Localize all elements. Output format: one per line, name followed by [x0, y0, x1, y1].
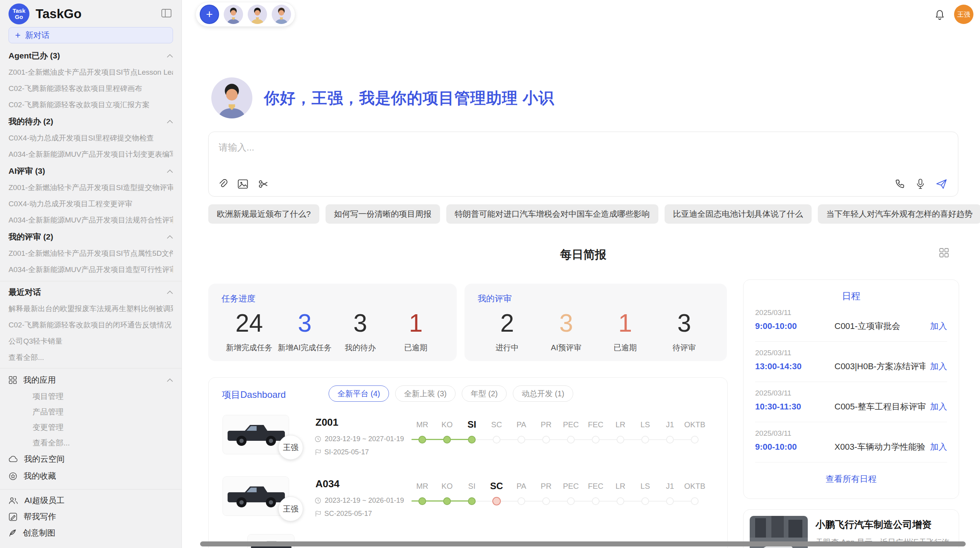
creative-draw-label: 创意制图	[23, 527, 55, 538]
section-my-review[interactable]: 我的评审 (2)	[9, 232, 173, 241]
logo-line-2: Go	[15, 14, 23, 20]
sidebar-item[interactable]: C0X4-动力总成开发项目SI里程碑提交物检查	[9, 134, 173, 142]
section-title: 我的评审 (2)	[9, 231, 53, 242]
event-date: 2025/03/11	[755, 429, 947, 438]
milestone: LR	[608, 420, 633, 454]
send-icon[interactable]	[936, 179, 947, 189]
project-owner-badge: 王强	[278, 435, 303, 460]
event-name: C005-整车工程目标评审	[834, 401, 925, 413]
milestone: KO	[435, 420, 459, 454]
schedule-event: 2025/03/11 9:00-10:00 X003-车辆动力学性能验... 加…	[755, 422, 947, 462]
milestone: LS	[633, 481, 658, 516]
grid-icon	[9, 376, 17, 384]
view-all-schedule-link[interactable]: 查看所有日程	[755, 473, 947, 485]
phone-call-icon[interactable]	[895, 179, 905, 189]
agent-avatar-1[interactable]	[224, 5, 243, 24]
sidebar-item[interactable]: A034-全新新能源MUV产品开发项目造型可行性评审	[9, 265, 173, 274]
sidebar-item[interactable]: Z001-全新燃油轻卡产品开发项目SI节点属性5D文件评审	[9, 249, 173, 258]
milestone: PA	[509, 481, 534, 516]
project-row[interactable]: 王强 A034 2023-12-19 ~ 2026-01-19 SC-2025-…	[223, 476, 716, 525]
join-link[interactable]: 加入	[930, 401, 947, 413]
sidebar-item[interactable]: A034-全新新能源MUV产品开发项目法规符合性评审	[9, 216, 173, 224]
milestone: SI	[459, 420, 484, 454]
sidebar-item-cloud-space[interactable]: 我的云空间	[9, 454, 173, 464]
plus-icon: +	[15, 30, 21, 41]
agent-avatar-2[interactable]	[248, 5, 267, 24]
dashboard-filters: 全新平台 (4) 全新上装 (3) 年型 (2) 动总开发 (1)	[329, 385, 573, 402]
sidebar-item[interactable]: C02-飞腾新能源轻客改款项目里程碑画布	[9, 84, 173, 93]
join-link[interactable]: 加入	[930, 441, 947, 453]
sidebar-item[interactable]: A034-全新新能源MUV产品开发项目计划变更表编写	[9, 150, 173, 159]
chat-input-placeholder: 请输入...	[219, 141, 254, 154]
section-agent-done[interactable]: Agent已办 (3)	[9, 51, 173, 60]
recent-chat-item[interactable]: 公司Q3轻卡销量	[9, 337, 173, 346]
event-date: 2025/03/11	[755, 349, 947, 357]
sidebar-collapse-icon[interactable]	[160, 7, 173, 21]
section-my-todo[interactable]: 我的待办 (2)	[9, 117, 173, 126]
horizontal-scrollbar-thumb[interactable]	[200, 541, 966, 546]
event-date: 2025/03/11	[755, 308, 947, 317]
sidebar-item[interactable]: C0X4-动力总成开发项目工程变更评审	[9, 200, 173, 208]
sidebar-item[interactable]: Z001-全新燃油皮卡产品开发项目SI节点Lesson Learn报告	[9, 68, 173, 77]
agent-switcher: +	[195, 2, 295, 27]
notification-bell-icon[interactable]	[935, 10, 945, 22]
suggestion-chip[interactable]: 如何写一份清晰的项目周报	[326, 204, 440, 224]
suggestion-chip[interactable]: 比亚迪全固态电池计划具体说了什么	[665, 204, 812, 224]
attach-file-icon[interactable]	[218, 179, 228, 189]
divider	[0, 489, 182, 490]
recent-view-all[interactable]: 查看全部...	[9, 353, 173, 362]
user-avatar[interactable]: 王强	[954, 5, 973, 24]
filter-year-model[interactable]: 年型 (2)	[462, 385, 507, 402]
chat-input-box[interactable]: 请输入...	[208, 132, 958, 197]
daily-brief-header: 每日简报	[208, 247, 958, 263]
schedule-event: 2025/03/11 10:30-11:30 C005-整车工程目标评审 加入	[755, 382, 947, 422]
flag-icon	[315, 449, 321, 456]
event-time: 9:00-10:00	[755, 321, 834, 331]
event-date: 2025/03/11	[755, 389, 947, 397]
milestone: J1	[658, 420, 682, 454]
news-title: 小鹏飞行汽车制造公司增资	[816, 518, 953, 531]
cloud-space-label: 我的云空间	[24, 454, 65, 464]
section-ai-review[interactable]: AI评审 (3)	[9, 166, 173, 176]
app-logo: Task Go	[9, 3, 29, 24]
apps-view-all[interactable]: 查看全部...	[9, 438, 173, 447]
filter-new-body[interactable]: 全新上装 (3)	[395, 385, 456, 402]
project-row[interactable]: 王强 Z001 2023-12-19 ~ 2027-01-19 SI-2025-…	[223, 415, 716, 463]
layout-grid-icon[interactable]	[939, 248, 949, 259]
sidebar-item-ai-super-staff[interactable]: AI超级员工	[9, 495, 173, 506]
sidebar-item-my-apps[interactable]: 我的应用	[9, 375, 173, 385]
app-root: Task Go TaskGo + 新对话 Agent已办 (3) Z001-全新…	[0, 0, 980, 548]
sidebar-item-creative-draw[interactable]: 创意制图	[9, 527, 173, 538]
recent-chat-item[interactable]: 解释最新出台的欧盟报废车法规再生塑料比例被调到15%...	[9, 305, 173, 313]
schedule-event: 2025/03/11 9:00-10:00 C001-立项审批会 加入	[755, 301, 947, 342]
sidebar-item-favorites[interactable]: 我的收藏	[9, 471, 173, 481]
sidebar-item[interactable]: Z001-全新燃油轻卡产品开发项目SI造型提交物评审	[9, 183, 173, 192]
attach-image-icon[interactable]	[238, 179, 248, 189]
milestone: PR	[534, 420, 559, 454]
sidebar-item[interactable]: C02-飞腾新能源轻客改款项目立项汇报方案	[9, 101, 173, 109]
app-item-product-mgmt[interactable]: 产品管理	[9, 407, 173, 416]
project-code: A034	[315, 478, 339, 490]
chevron-up-icon	[167, 120, 173, 123]
microphone-icon[interactable]	[916, 178, 925, 189]
app-item-change-mgmt[interactable]: 变更管理	[9, 423, 173, 432]
filter-new-platform[interactable]: 全新平台 (4)	[329, 385, 389, 402]
event-time: 9:00-10:00	[755, 442, 834, 452]
recent-chat-item[interactable]: C02-飞腾新能源轻客改款项目的闭环通告反馈情况	[9, 321, 173, 329]
screenshot-scissors-icon[interactable]	[258, 179, 269, 189]
sidebar-item-help-write[interactable]: 帮我写作	[9, 511, 173, 522]
app-item-project-mgmt[interactable]: 项目管理	[9, 392, 173, 401]
new-chat-button[interactable]: + 新对话	[9, 27, 173, 43]
filter-powertrain[interactable]: 动总开发 (1)	[513, 385, 573, 402]
suggestion-chip[interactable]: 特朗普可能对进口汽车增税会对中国车企造成哪些影响	[446, 204, 658, 224]
assistant-avatar	[211, 77, 252, 118]
join-link[interactable]: 加入	[930, 361, 947, 372]
suggestion-chip[interactable]: 当下年轻人对汽车外观有怎样的喜好趋势	[818, 204, 980, 224]
milestone-track: MRKOSISCPAPRPECFECLRLSJ1OKTB	[410, 481, 707, 516]
suggestion-chip[interactable]: 欧洲新规最近颁布了什么?	[208, 204, 319, 224]
add-agent-button[interactable]: +	[200, 5, 219, 24]
section-recent-chats[interactable]: 最近对话	[9, 288, 173, 297]
agent-avatar-3[interactable]	[272, 5, 291, 24]
stat-ai-prereview: 3AI预评审	[537, 308, 596, 353]
join-link[interactable]: 加入	[930, 320, 947, 332]
